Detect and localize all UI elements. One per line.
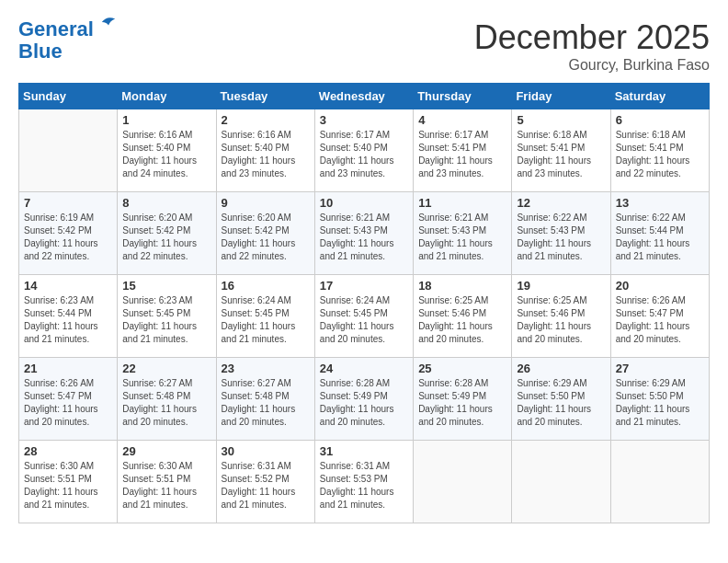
- day-header-saturday: Saturday: [610, 84, 709, 109]
- logo-text-blue: Blue: [18, 40, 117, 63]
- day-number: 3: [320, 113, 408, 127]
- day-number: 21: [24, 362, 112, 375]
- calendar-cell: 18Sunrise: 6:25 AM Sunset: 5:46 PM Dayli…: [414, 275, 512, 358]
- calendar-cell: 23Sunrise: 6:27 AM Sunset: 5:48 PM Dayli…: [216, 358, 314, 441]
- day-number: 2: [222, 113, 310, 127]
- day-info: Sunrise: 6:28 AM Sunset: 5:49 PM Dayligh…: [320, 377, 408, 429]
- day-header-friday: Friday: [512, 84, 610, 109]
- calendar-cell: 1Sunrise: 6:16 AM Sunset: 5:40 PM Daylig…: [118, 109, 216, 192]
- calendar-cell: 26Sunrise: 6:29 AM Sunset: 5:50 PM Dayli…: [512, 358, 610, 441]
- day-header-monday: Monday: [118, 84, 216, 109]
- calendar-cell: 10Sunrise: 6:21 AM Sunset: 5:43 PM Dayli…: [314, 192, 413, 275]
- calendar-cell: [512, 441, 610, 523]
- day-info: Sunrise: 6:29 AM Sunset: 5:50 PM Dayligh…: [616, 377, 704, 429]
- day-info: Sunrise: 6:21 AM Sunset: 5:43 PM Dayligh…: [418, 212, 506, 263]
- calendar-cell: [610, 441, 709, 523]
- day-number: 14: [24, 279, 112, 293]
- calendar-cell: [414, 441, 512, 523]
- month-title: December 2025: [474, 18, 710, 57]
- day-info: Sunrise: 6:24 AM Sunset: 5:45 PM Dayligh…: [320, 294, 408, 346]
- logo-text: General: [18, 18, 117, 40]
- day-number: 16: [222, 279, 310, 293]
- day-info: Sunrise: 6:27 AM Sunset: 5:48 PM Dayligh…: [222, 377, 310, 429]
- day-info: Sunrise: 6:27 AM Sunset: 5:48 PM Dayligh…: [122, 377, 210, 429]
- calendar-cell: 19Sunrise: 6:25 AM Sunset: 5:46 PM Dayli…: [512, 275, 610, 358]
- day-number: 28: [24, 444, 112, 458]
- logo-bird-icon: [100, 14, 117, 30]
- calendar-week-row: 14Sunrise: 6:23 AM Sunset: 5:44 PM Dayli…: [19, 275, 710, 358]
- calendar-cell: 30Sunrise: 6:31 AM Sunset: 5:52 PM Dayli…: [216, 441, 314, 523]
- calendar-cell: 20Sunrise: 6:26 AM Sunset: 5:47 PM Dayli…: [610, 275, 709, 358]
- calendar-cell: 7Sunrise: 6:19 AM Sunset: 5:42 PM Daylig…: [19, 192, 118, 275]
- calendar-cell: 15Sunrise: 6:23 AM Sunset: 5:45 PM Dayli…: [118, 275, 216, 358]
- day-info: Sunrise: 6:30 AM Sunset: 5:51 PM Dayligh…: [24, 460, 112, 511]
- calendar-cell: 16Sunrise: 6:24 AM Sunset: 5:45 PM Dayli…: [216, 275, 314, 358]
- calendar-cell: 13Sunrise: 6:22 AM Sunset: 5:44 PM Dayli…: [610, 192, 709, 275]
- calendar-week-row: 28Sunrise: 6:30 AM Sunset: 5:51 PM Dayli…: [19, 441, 710, 523]
- day-number: 1: [122, 113, 210, 127]
- day-info: Sunrise: 6:17 AM Sunset: 5:41 PM Dayligh…: [418, 129, 506, 180]
- day-info: Sunrise: 6:17 AM Sunset: 5:40 PM Dayligh…: [320, 129, 408, 180]
- calendar-cell: 27Sunrise: 6:29 AM Sunset: 5:50 PM Dayli…: [610, 358, 709, 441]
- day-number: 18: [418, 279, 506, 293]
- calendar-cell: 6Sunrise: 6:18 AM Sunset: 5:41 PM Daylig…: [610, 109, 709, 192]
- day-header-thursday: Thursday: [414, 84, 512, 109]
- calendar-cell: 5Sunrise: 6:18 AM Sunset: 5:41 PM Daylig…: [512, 109, 610, 192]
- day-info: Sunrise: 6:20 AM Sunset: 5:42 PM Dayligh…: [222, 212, 310, 263]
- day-number: 26: [517, 362, 605, 375]
- calendar-week-row: 7Sunrise: 6:19 AM Sunset: 5:42 PM Daylig…: [19, 192, 710, 275]
- day-info: Sunrise: 6:31 AM Sunset: 5:53 PM Dayligh…: [320, 460, 408, 511]
- day-number: 7: [24, 196, 112, 210]
- day-info: Sunrise: 6:26 AM Sunset: 5:47 PM Dayligh…: [24, 377, 112, 429]
- day-number: 23: [222, 362, 310, 375]
- calendar-cell: 28Sunrise: 6:30 AM Sunset: 5:51 PM Dayli…: [19, 441, 118, 523]
- day-info: Sunrise: 6:18 AM Sunset: 5:41 PM Dayligh…: [517, 129, 605, 180]
- day-number: 20: [616, 279, 704, 293]
- day-header-wednesday: Wednesday: [314, 84, 413, 109]
- calendar-header: SundayMondayTuesdayWednesdayThursdayFrid…: [19, 84, 710, 109]
- day-info: Sunrise: 6:16 AM Sunset: 5:40 PM Dayligh…: [122, 129, 210, 180]
- day-info: Sunrise: 6:24 AM Sunset: 5:45 PM Dayligh…: [222, 294, 310, 346]
- day-info: Sunrise: 6:22 AM Sunset: 5:43 PM Dayligh…: [517, 212, 605, 263]
- day-number: 22: [122, 362, 210, 375]
- calendar-cell: 24Sunrise: 6:28 AM Sunset: 5:49 PM Dayli…: [314, 358, 413, 441]
- day-number: 11: [418, 196, 506, 210]
- calendar-cell: 21Sunrise: 6:26 AM Sunset: 5:47 PM Dayli…: [19, 358, 118, 441]
- day-info: Sunrise: 6:31 AM Sunset: 5:52 PM Dayligh…: [222, 460, 310, 511]
- calendar-cell: 12Sunrise: 6:22 AM Sunset: 5:43 PM Dayli…: [512, 192, 610, 275]
- calendar-cell: 14Sunrise: 6:23 AM Sunset: 5:44 PM Dayli…: [19, 275, 118, 358]
- day-number: 8: [122, 196, 210, 210]
- day-number: 4: [418, 113, 506, 127]
- calendar-cell: 11Sunrise: 6:21 AM Sunset: 5:43 PM Dayli…: [414, 192, 512, 275]
- day-info: Sunrise: 6:21 AM Sunset: 5:43 PM Dayligh…: [320, 212, 408, 263]
- day-number: 15: [122, 279, 210, 293]
- day-info: Sunrise: 6:16 AM Sunset: 5:40 PM Dayligh…: [222, 129, 310, 180]
- calendar-cell: 31Sunrise: 6:31 AM Sunset: 5:53 PM Dayli…: [314, 441, 413, 523]
- calendar-cell: 25Sunrise: 6:28 AM Sunset: 5:49 PM Dayli…: [414, 358, 512, 441]
- day-header-tuesday: Tuesday: [216, 84, 314, 109]
- day-info: Sunrise: 6:28 AM Sunset: 5:49 PM Dayligh…: [418, 377, 506, 429]
- day-info: Sunrise: 6:19 AM Sunset: 5:42 PM Dayligh…: [24, 212, 112, 263]
- day-info: Sunrise: 6:18 AM Sunset: 5:41 PM Dayligh…: [616, 129, 704, 180]
- day-number: 12: [517, 196, 605, 210]
- day-info: Sunrise: 6:25 AM Sunset: 5:46 PM Dayligh…: [418, 294, 506, 346]
- calendar-week-row: 21Sunrise: 6:26 AM Sunset: 5:47 PM Dayli…: [19, 358, 710, 441]
- day-number: 5: [517, 113, 605, 127]
- day-number: 6: [616, 113, 704, 127]
- day-number: 13: [616, 196, 704, 210]
- day-info: Sunrise: 6:25 AM Sunset: 5:46 PM Dayligh…: [517, 294, 605, 346]
- day-number: 9: [222, 196, 310, 210]
- day-number: 17: [320, 279, 408, 293]
- calendar-cell: 9Sunrise: 6:20 AM Sunset: 5:42 PM Daylig…: [216, 192, 314, 275]
- day-number: 24: [320, 362, 408, 375]
- day-header-sunday: Sunday: [19, 84, 118, 109]
- page-header: General Blue December 2025 Gourcy, Burki…: [18, 18, 710, 74]
- day-info: Sunrise: 6:20 AM Sunset: 5:42 PM Dayligh…: [122, 212, 210, 263]
- calendar-cell: 4Sunrise: 6:17 AM Sunset: 5:41 PM Daylig…: [414, 109, 512, 192]
- day-number: 19: [517, 279, 605, 293]
- day-info: Sunrise: 6:23 AM Sunset: 5:44 PM Dayligh…: [24, 294, 112, 346]
- day-info: Sunrise: 6:26 AM Sunset: 5:47 PM Dayligh…: [616, 294, 704, 346]
- location-subtitle: Gourcy, Burkina Faso: [474, 57, 710, 74]
- calendar-body: 1Sunrise: 6:16 AM Sunset: 5:40 PM Daylig…: [19, 109, 710, 523]
- day-info: Sunrise: 6:22 AM Sunset: 5:44 PM Dayligh…: [616, 212, 704, 263]
